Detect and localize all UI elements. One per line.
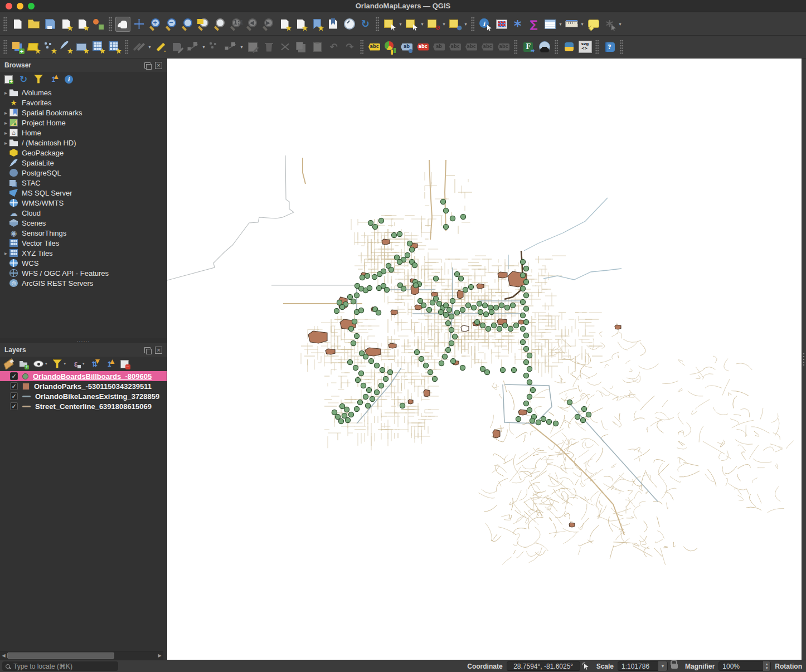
current-edits-button[interactable] bbox=[132, 40, 147, 55]
new-3d-map-view-button[interactable] bbox=[293, 17, 308, 32]
pin-unpin-labels-button[interactable]: ab bbox=[431, 40, 446, 55]
refresh-map-button[interactable]: ↻ bbox=[358, 17, 373, 32]
scroll-left-icon[interactable]: ◀ bbox=[1, 652, 7, 659]
magnifier-spinner[interactable]: 100% ▲▼ bbox=[718, 661, 771, 671]
pin-labels-button[interactable]: ab bbox=[399, 40, 414, 55]
modify-attributes-button[interactable] bbox=[245, 40, 260, 55]
paste-features-button[interactable] bbox=[310, 40, 325, 55]
chevron-down-icon[interactable]: ▾ bbox=[658, 661, 667, 671]
toolbar-grip-icon[interactable] bbox=[3, 17, 7, 31]
spinner-arrows-icon[interactable]: ▲▼ bbox=[763, 661, 770, 671]
layer-labeling-options-button[interactable]: abc bbox=[367, 40, 382, 55]
zoom-out-button[interactable]: − bbox=[164, 17, 179, 32]
copy-features-button[interactable] bbox=[294, 40, 309, 55]
open-attribute-table-button[interactable] bbox=[542, 17, 557, 32]
browser-item-volumes[interactable]: ▸/Volumes bbox=[0, 87, 167, 98]
expand-arrow-icon[interactable]: ▸ bbox=[2, 250, 9, 256]
style-manager-button[interactable] bbox=[91, 17, 106, 32]
toolbar-grip-icon[interactable] bbox=[595, 40, 599, 54]
new-spatialite-layer-button[interactable] bbox=[59, 40, 74, 55]
manage-map-themes-button[interactable] bbox=[33, 359, 43, 369]
remove-layer-button[interactable] bbox=[120, 359, 130, 369]
deselect-features-button[interactable]: ⊘ bbox=[426, 17, 441, 32]
toggle-editing-button[interactable] bbox=[153, 40, 168, 55]
close-panel-icon[interactable]: × bbox=[155, 62, 162, 69]
right-dock-strip[interactable] bbox=[802, 59, 806, 660]
open-project-button[interactable] bbox=[26, 17, 41, 32]
open-attribute-table-dropdown-icon[interactable]: ▾ bbox=[558, 22, 563, 27]
toolbar-grip-icon[interactable] bbox=[620, 40, 624, 54]
zoom-in-button[interactable]: + bbox=[148, 17, 163, 32]
select-features-dropdown-icon[interactable]: ▾ bbox=[398, 22, 403, 27]
expand-all-button[interactable]: ⇅ bbox=[90, 359, 100, 369]
browser-item-arcgis-rest-servers[interactable]: ◎ArcGIS REST Servers bbox=[0, 278, 167, 288]
cut-features-button[interactable] bbox=[278, 40, 293, 55]
new-geopackage-layer-button[interactable] bbox=[26, 40, 41, 55]
python-console-button[interactable] bbox=[561, 40, 576, 55]
filter-legend-dropdown-icon[interactable]: ▾ bbox=[64, 362, 66, 366]
toolbar-grip-icon[interactable] bbox=[555, 40, 559, 54]
zoom-next-button[interactable]: ▶ bbox=[261, 17, 276, 32]
select-by-location-dropdown-icon[interactable]: ▾ bbox=[463, 22, 468, 27]
browser-item-sensorthings[interactable]: ◉SensorThings bbox=[0, 228, 167, 238]
filter-legend-button[interactable] bbox=[52, 359, 62, 369]
identify-features-button[interactable]: i bbox=[478, 17, 493, 32]
open-field-calculator-button[interactable] bbox=[494, 17, 509, 32]
browser-item-spatialite[interactable]: SpatiaLite bbox=[0, 158, 167, 168]
browser-item-spatial-bookmarks[interactable]: ▸Spatial Bookmarks bbox=[0, 108, 167, 118]
browser-item-wcs[interactable]: WCS bbox=[0, 258, 167, 268]
panel-splitter[interactable]: ······ bbox=[0, 338, 167, 343]
toolbar-grip-icon[interactable] bbox=[514, 40, 518, 54]
browser-item-ms-sql-server[interactable]: MS SQL Server bbox=[0, 188, 167, 198]
layer-visibility-checkbox[interactable]: ✓ bbox=[10, 402, 18, 410]
locator-search-input[interactable]: Type to locate (⌘K) bbox=[2, 661, 118, 671]
svg-annotation-button[interactable]: svg <> bbox=[577, 40, 593, 55]
show-hide-labels-button[interactable]: abc bbox=[448, 40, 463, 55]
select-features-button[interactable] bbox=[382, 17, 397, 32]
browser-item-geopackage[interactable]: GeoPackage bbox=[0, 148, 167, 158]
browser-item-vector-tiles[interactable]: Vector Tiles bbox=[0, 238, 167, 248]
toolbar-grip-icon[interactable] bbox=[471, 17, 475, 31]
add-point-feature-button[interactable] bbox=[207, 40, 222, 55]
vertex-tool-dropdown-icon[interactable]: ▾ bbox=[239, 45, 244, 50]
zoom-full-button[interactable] bbox=[180, 17, 195, 32]
filter-by-expression-button[interactable]: ε bbox=[71, 359, 81, 369]
show-spatial-bookmarks-button[interactable] bbox=[326, 17, 341, 32]
layer-row[interactable]: ✓OrlandoBoardsBillboards_-809605 bbox=[0, 371, 167, 381]
toolbar-grip-icon[interactable] bbox=[109, 17, 113, 31]
orlando-map[interactable] bbox=[167, 59, 802, 660]
zoom-native-button[interactable]: 1:1 bbox=[229, 17, 244, 32]
collapse-all-button[interactable]: ↥ bbox=[105, 359, 115, 369]
new-shapefile-layer-button[interactable] bbox=[42, 40, 57, 55]
expand-arrow-icon[interactable]: ▸ bbox=[2, 120, 9, 126]
filter-by-expression-dropdown-icon[interactable]: ▾ bbox=[82, 362, 85, 366]
open-layer-styling-button[interactable] bbox=[3, 359, 13, 369]
plugin-f-button[interactable]: F bbox=[521, 40, 536, 55]
run-feature-action-dropdown-icon[interactable]: ▾ bbox=[618, 22, 623, 27]
layer-row[interactable]: ✓OrlandoParks_-5301150343239511 bbox=[0, 381, 167, 391]
expand-arrow-icon[interactable]: ▸ bbox=[2, 90, 9, 96]
toolbar-grip-icon[interactable] bbox=[360, 40, 364, 54]
temporal-controller-button[interactable] bbox=[342, 17, 357, 32]
new-project-button[interactable] bbox=[10, 17, 25, 32]
browser-item-project-home[interactable]: ▸Project Home bbox=[0, 118, 167, 128]
highlight-pinned-labels-button[interactable]: abc bbox=[415, 40, 430, 55]
zoom-to-layer-button[interactable] bbox=[196, 17, 211, 32]
deselect-features-dropdown-icon[interactable]: ▾ bbox=[441, 22, 446, 27]
run-feature-action-button[interactable]: * bbox=[602, 17, 617, 32]
new-temporary-scratch-layer-button[interactable] bbox=[75, 40, 90, 55]
add-line-feature-dropdown-icon[interactable]: ▾ bbox=[201, 45, 206, 50]
scale-combobox[interactable]: 1:101786 ▾ bbox=[618, 661, 668, 671]
zoom-last-button[interactable]: ◀ bbox=[245, 17, 260, 32]
browser-item-scenes[interactable]: Scenes bbox=[0, 218, 167, 228]
toolbar-grip-icon[interactable] bbox=[125, 40, 129, 54]
browser-item-wms-wmts[interactable]: WMS/WMTS bbox=[0, 198, 167, 208]
save-layer-edits-button[interactable] bbox=[169, 40, 184, 55]
toolbar-grip-icon[interactable] bbox=[376, 17, 380, 31]
rotate-label-button[interactable]: abc bbox=[480, 40, 495, 55]
select-features-by-value-dropdown-icon[interactable]: ▾ bbox=[420, 22, 425, 27]
browser-item-xyz-tiles[interactable]: ▸XYZ Tiles bbox=[0, 248, 167, 258]
toolbar-grip-icon[interactable] bbox=[3, 40, 7, 54]
filter-browser-button[interactable] bbox=[33, 74, 43, 84]
redo-button[interactable]: ↷ bbox=[342, 40, 357, 55]
